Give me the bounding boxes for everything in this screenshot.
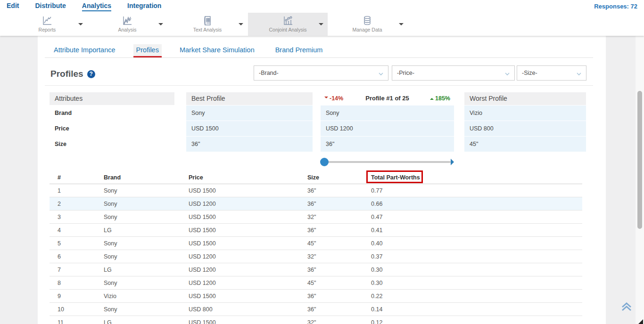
slider-track[interactable] [324,161,451,163]
text-analysis-dropdown-caret[interactable] [235,13,249,36]
current-profile-size: 36" [321,137,454,152]
table-row[interactable]: 9VizioUSD 150036"0.22 [50,290,582,303]
table-row[interactable]: 2SonyUSD 120036"0.66 [50,197,582,211]
table-cell: 45" [307,240,371,247]
table-body: 1SonyUSD 150036"0.772SonyUSD 120036"0.66… [50,184,582,324]
attribute-label-price: Price [50,121,174,136]
table-cell: 36" [307,201,371,207]
attribute-label-brand: Brand [50,105,174,121]
current-profile-column: -14% Profile #1 of 25 185% Sony USD 1200… [321,92,454,152]
profile-slider [320,157,457,167]
worst-profile-brand: Vizio [464,105,586,121]
best-profile-brand: Sony [186,105,313,121]
table-cell: 0.40 [371,240,582,247]
table-row[interactable]: 3SonyUSD 150032"0.47 [50,211,582,224]
tab-market-share-simulation[interactable]: Market Share Simulation [177,44,257,57]
divider [45,57,593,58]
best-profile-header: Best Profile [186,92,313,105]
analysis-dropdown-caret[interactable] [155,13,169,36]
table-cell: LG [104,227,189,234]
tab-attribute-importance[interactable]: Attribute Importance [51,44,118,57]
table-cell: LG [104,319,189,324]
table-column-header: Total Part-Worths [371,174,582,181]
best-profile-size: 36" [186,137,313,152]
table-cell: 0.47 [371,214,582,220]
nav-item-edit[interactable]: Edit [7,2,19,11]
brand-filter-dropdown[interactable]: -Brand- [254,65,388,81]
table-cell: Sony [104,253,189,260]
attribute-label-size: Size [50,137,174,152]
scrollbar-track[interactable] [636,36,644,324]
table-cell: 10 [58,306,104,313]
conjoint-subtabs: Attribute Importance Profiles Market Sha… [51,44,325,57]
table-column-header: Price [189,174,307,181]
table-cell: Sony [104,280,189,286]
conjoint-analysis-dropdown-caret[interactable] [315,13,329,36]
increase-percentage: 185% [430,95,450,102]
table-row[interactable]: 10SonyUSD 80036"0.14 [50,303,582,316]
table-cell: USD 1500 [189,214,307,220]
scroll-to-top-button[interactable] [620,300,633,313]
table-row[interactable]: 7LGUSD 120036"0.30 [50,263,582,276]
toolbar-item-text-analysis[interactable]: Text Analysis [174,13,240,36]
nav-item-integration[interactable]: Integration [127,2,161,11]
page-title-wrap: Profiles ? [50,69,95,79]
table-row[interactable]: 6SonyUSD 120032"0.37 [50,250,582,263]
table-cell: USD 1500 [189,293,307,300]
toolbar-item-label: Analysis [94,27,160,32]
database-icon [334,15,400,26]
help-icon[interactable]: ? [87,70,95,78]
slider-handle[interactable] [320,158,329,166]
best-profile-price: USD 1500 [186,121,313,136]
table-cell: 11 [58,319,104,324]
table-cell: Vizio [104,293,189,300]
current-profile-price: USD 1200 [321,121,454,136]
table-cell: 0.22 [371,293,582,300]
tab-brand-premium[interactable]: Brand Premium [272,44,326,57]
price-filter-dropdown[interactable]: -Price- [392,65,515,81]
scrollbar-thumb[interactable] [637,91,642,229]
toolbar-item-analysis[interactable]: Analysis [94,13,160,36]
table-cell: 36" [307,306,371,313]
table-cell: 7 [58,267,104,273]
table-cell: 0.30 [371,280,582,286]
triangle-up-icon [430,96,434,100]
current-profile-header: -14% Profile #1 of 25 185% [321,92,454,105]
table-column-header: # [58,174,104,181]
table-cell: USD 1200 [189,253,307,260]
worst-profile-price: USD 800 [464,121,586,136]
nav-item-distribute[interactable]: Distribute [35,2,66,11]
toolbar-item-reports[interactable]: Reports [14,13,80,36]
table-row[interactable]: 1SonyUSD 150036"0.77 [50,184,582,197]
toolbar-item-label: Text Analysis [174,27,240,32]
table-row[interactable]: 5SonyUSD 150045"0.40 [50,237,582,250]
table-cell: USD 1500 [189,227,307,234]
table-cell: Sony [104,214,189,220]
chevron-down-icon [378,70,384,76]
table-cell: 4 [58,227,104,234]
triangle-down-icon [324,97,328,100]
table-cell: Sony [104,187,189,194]
toolbar-item-manage-data[interactable]: Manage Data [334,13,400,36]
table-cell: USD 1500 [189,319,307,324]
size-filter-dropdown[interactable]: -Size- [517,65,586,81]
table-cell: Sony [104,201,189,207]
table-cell: 0.77 [371,187,582,194]
mouse-cursor [638,319,643,324]
manage-data-dropdown-caret[interactable] [395,13,409,36]
slider-next-arrow-icon[interactable] [451,159,457,165]
nav-item-analytics[interactable]: Analytics [82,2,111,11]
table-cell: 5 [58,240,104,247]
attributes-column: Attributes Brand Price Size [50,92,174,152]
table-cell: 3 [58,214,104,220]
top-navigation-bar: Edit Distribute Analytics Integration Re… [0,0,644,13]
tab-profiles[interactable]: Profiles [133,44,162,57]
table-cell: 0.41 [371,227,582,234]
reports-dropdown-caret[interactable] [74,13,89,36]
table-row[interactable]: 11LGUSD 150032"0.12 [50,316,582,324]
reports-chart-icon [14,15,80,26]
responses-count[interactable]: Responses: 72 [594,3,637,10]
table-column-header: Size [307,174,371,181]
table-row[interactable]: 4LGUSD 150036"0.41 [50,224,582,237]
table-row[interactable]: 8SonyUSD 120045"0.30 [50,276,582,290]
